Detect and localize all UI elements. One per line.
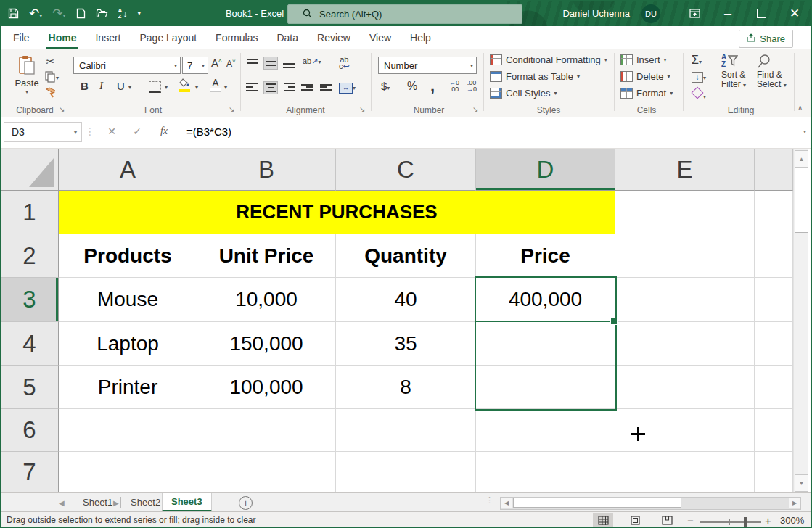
font-name-combo[interactable]: Calibri▾: [73, 57, 181, 74]
cell-partial[interactable]: [755, 409, 793, 452]
cell[interactable]: [615, 234, 755, 278]
row-header-4[interactable]: 4: [1, 322, 59, 366]
decrease-indent-icon[interactable]: [301, 83, 314, 91]
column-header-b[interactable]: B: [197, 149, 336, 191]
tab-formulas[interactable]: Formulas: [206, 26, 267, 49]
cell[interactable]: [476, 322, 615, 366]
cell[interactable]: Price: [476, 234, 615, 278]
horizontal-scroll-thumb[interactable]: [513, 498, 681, 508]
number-dialog-launcher[interactable]: ↘: [472, 105, 478, 113]
insert-cells-button[interactable]: Insert▾: [620, 54, 667, 65]
cell[interactable]: 10,000: [197, 278, 336, 322]
sheet-tab-sheet3[interactable]: Sheet3: [162, 493, 212, 511]
cell[interactable]: [476, 409, 615, 452]
expand-formula-bar-icon[interactable]: ▾: [799, 122, 811, 141]
scroll-up-icon[interactable]: ▲: [795, 150, 808, 168]
align-center-icon[interactable]: [263, 81, 278, 94]
column-header-e[interactable]: E: [615, 149, 755, 191]
cell-partial[interactable]: [755, 234, 793, 278]
cell[interactable]: Printer: [59, 366, 197, 409]
ribbon-display-options-icon[interactable]: [678, 1, 711, 26]
borders-dropdown-icon[interactable]: ▾: [165, 84, 168, 91]
name-box[interactable]: D3 ▾: [4, 122, 82, 142]
cell-partial[interactable]: [755, 366, 793, 409]
sheet-tab-sheet1[interactable]: Sheet1: [74, 493, 121, 511]
tabbar-resize-handle[interactable]: ⋮: [485, 495, 493, 505]
copy-button[interactable]: ▾: [44, 71, 59, 85]
cell-partial[interactable]: [755, 452, 793, 492]
sheet-nav-prev-icon[interactable]: ◀: [59, 493, 65, 512]
tab-data[interactable]: Data: [267, 26, 308, 49]
redo-icon[interactable]: ↷▾: [52, 6, 65, 21]
italic-button[interactable]: I: [99, 80, 103, 92]
format-as-table-button[interactable]: Format as Table▾: [490, 71, 580, 82]
close-button[interactable]: ✕: [778, 1, 811, 26]
merge-center-button[interactable]: ↔▾: [339, 81, 356, 94]
tab-home[interactable]: Home: [39, 26, 86, 49]
cell[interactable]: [476, 452, 615, 492]
sort-filter-button[interactable]: AZ Sort &Filter ▾: [721, 54, 746, 90]
underline-dropdown-icon[interactable]: ▾: [128, 84, 131, 91]
cell[interactable]: [59, 452, 197, 492]
bold-button[interactable]: B: [81, 80, 89, 92]
shrink-font-button[interactable]: A˅: [226, 58, 236, 69]
cell[interactable]: [476, 366, 615, 409]
cell-partial[interactable]: [755, 322, 793, 366]
scroll-down-icon[interactable]: ▼: [795, 474, 808, 492]
number-format-combo[interactable]: Number▾: [378, 57, 477, 74]
increase-indent-icon[interactable]: [320, 83, 333, 91]
font-color-button[interactable]: A: [210, 78, 221, 92]
orientation-button[interactable]: ab↗▾: [303, 57, 321, 66]
user-name[interactable]: Daniel Uchenna: [562, 8, 630, 19]
align-top-icon[interactable]: [246, 58, 259, 70]
clear-button[interactable]: ▾: [692, 87, 706, 101]
cell[interactable]: Laptop: [59, 322, 197, 366]
cell[interactable]: [615, 452, 755, 492]
collapse-ribbon-icon[interactable]: ∧: [797, 104, 803, 112]
row-header-5[interactable]: 5: [1, 366, 59, 409]
fill-color-dropdown-icon[interactable]: ▾: [195, 84, 198, 91]
grow-font-button[interactable]: A˄: [211, 57, 222, 69]
tab-review[interactable]: Review: [308, 26, 360, 49]
format-painter-button[interactable]: [46, 87, 58, 101]
font-dialog-launcher[interactable]: ↘: [229, 105, 234, 113]
paste-button[interactable]: Paste ▾: [8, 52, 46, 97]
normal-view-icon[interactable]: [593, 513, 613, 527]
cell-merged-title[interactable]: RECENT PURCHASES: [59, 191, 615, 234]
align-middle-icon[interactable]: [263, 57, 278, 70]
font-size-combo[interactable]: 7▾: [182, 57, 208, 74]
delete-cells-button[interactable]: Delete▾: [620, 71, 670, 82]
cell[interactable]: [336, 452, 476, 492]
percent-button[interactable]: %: [407, 80, 417, 93]
cell[interactable]: [615, 191, 755, 234]
minimize-button[interactable]: ─: [711, 1, 745, 26]
cell[interactable]: Unit Price: [197, 234, 336, 278]
cell-styles-button[interactable]: Cell Styles▾: [490, 88, 557, 99]
zoom-slider-thumb[interactable]: [744, 517, 747, 527]
cell[interactable]: 150,000: [197, 322, 336, 366]
cell[interactable]: [336, 409, 476, 452]
find-select-button[interactable]: Find &Select ▾: [757, 54, 787, 90]
new-file-icon[interactable]: [76, 8, 86, 19]
new-sheet-icon[interactable]: +: [239, 496, 253, 510]
cell[interactable]: 400,000: [476, 278, 615, 322]
column-header-c[interactable]: C: [336, 149, 476, 191]
cell[interactable]: [615, 409, 755, 452]
cell[interactable]: Mouse: [59, 278, 197, 322]
decrease-decimal-button[interactable]: .00→0: [467, 80, 477, 93]
tab-view[interactable]: View: [360, 26, 401, 49]
currency-button[interactable]: $▾: [381, 80, 390, 92]
align-right-icon[interactable]: [282, 81, 295, 93]
fill-color-button[interactable]: [179, 78, 191, 92]
row-header-6[interactable]: 6: [1, 409, 59, 452]
scroll-left-icon[interactable]: ◀: [501, 498, 512, 508]
cell-partial[interactable]: [755, 278, 793, 322]
row-header-1[interactable]: 1: [1, 191, 59, 234]
scroll-right-icon[interactable]: ▶: [789, 498, 800, 508]
clipboard-dialog-launcher[interactable]: ↘: [59, 105, 65, 113]
cell[interactable]: [615, 366, 755, 409]
cell[interactable]: 8: [336, 366, 476, 409]
cell[interactable]: Products: [59, 234, 197, 278]
page-layout-view-icon[interactable]: [625, 513, 645, 527]
comma-style-button[interactable]: ,: [430, 77, 435, 96]
